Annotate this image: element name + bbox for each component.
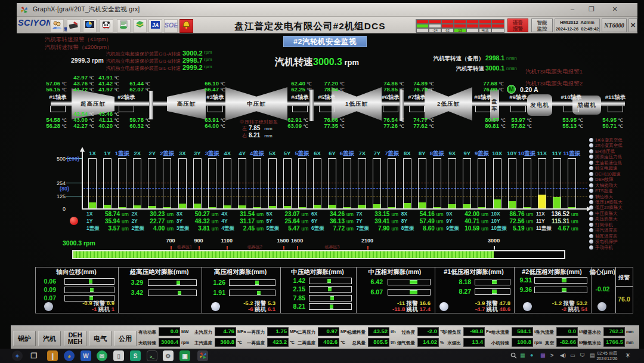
vibration-bar	[373, 158, 381, 208]
multitask-taskbar-button[interactable]: ❐	[29, 350, 39, 361]
keyboard-pen-toolbar-button[interactable]	[67, 19, 80, 33]
session-date: 2024-12-26	[556, 26, 578, 32]
users-toolbar-button[interactable]	[50, 19, 64, 33]
browser-taskbar-button[interactable]: ◕	[64, 350, 75, 361]
chart-y-axis	[82, 151, 83, 210]
document-seal-icon-part	[119, 20, 129, 29]
globe-tray-button[interactable]: ●	[530, 352, 533, 358]
toolbar-close-button[interactable]: ✕	[628, 19, 637, 32]
table-unit: um	[122, 226, 129, 232]
table-value: 54.16	[404, 211, 435, 217]
soe-icon-part-part: SOE	[165, 21, 178, 29]
trip-low: -4.7	[475, 306, 485, 312]
nt6000-button[interactable]: NT6000	[602, 19, 627, 32]
nav-button-2[interactable]: 汽机	[38, 331, 61, 346]
smart-monitor-button-line1: 智能	[532, 20, 552, 26]
brightness-icon[interactable]: ☀	[625, 352, 633, 359]
alarm-bell-icon	[181, 20, 191, 32]
bearing-label: #2轴承	[117, 94, 135, 101]
purple-app-tray-button[interactable]: ▩	[540, 352, 546, 358]
vibration-bar-fill	[224, 205, 231, 208]
table-unit: um	[527, 226, 534, 232]
document-seal-toolbar-button[interactable]	[117, 19, 131, 33]
chevron-tray-button[interactable]: >	[550, 352, 553, 358]
bearing-label: #8轴承	[474, 94, 492, 101]
trip-low: -2	[562, 306, 566, 312]
strip-tick-label: 1600	[291, 238, 303, 244]
table-unit: um	[256, 226, 264, 232]
orange-app-taskbar-button[interactable]: ❙	[47, 350, 58, 361]
graphx-taskbar-button[interactable]	[197, 350, 208, 361]
taskbar-clock[interactable]: 02:45 周四 2024/12/26	[595, 350, 619, 361]
chevron-icon-part: >	[550, 352, 553, 358]
volume-icon: ◀)	[560, 352, 566, 358]
nav-button-4[interactable]: 电气	[89, 331, 112, 346]
chat-tray-button[interactable]: 🗨	[580, 352, 585, 358]
mail-icon: ✉	[100, 353, 104, 359]
table-value: 31.54	[224, 211, 255, 217]
panel-value: 3.29	[125, 279, 143, 286]
table-value: 3.81	[179, 225, 210, 232]
appstore-taskbar-button[interactable]: ▯	[113, 350, 124, 361]
wps-icon: W	[83, 353, 88, 359]
display-icon: ▭	[570, 352, 575, 358]
panda-toolbar-button[interactable]	[100, 19, 113, 33]
smart-monitor-button[interactable]: 智能 监控	[531, 19, 553, 32]
bearing-label: #4轴承	[291, 94, 309, 101]
panda-icon-part-part	[103, 21, 105, 24]
alarm-matrix-cell	[454, 24, 466, 28]
gi1-speed-unit: rpm	[204, 64, 212, 69]
volume-tray-button[interactable]: ◀)	[560, 352, 566, 358]
table-value: 57.49	[404, 218, 435, 224]
vibration-bar-fill	[434, 207, 441, 208]
table-value: 86.76	[494, 211, 525, 217]
ja-app-toolbar-button[interactable]: JA	[148, 19, 162, 33]
s-app-icon: S	[134, 353, 138, 359]
vibration-bar-fill	[104, 205, 111, 208]
voice-alarm-button[interactable]: 语音 报警	[507, 19, 528, 32]
ip-expansion-side: 右	[242, 133, 247, 139]
temp-unit: ℃	[114, 124, 119, 129]
ip-expansion-row: 右 8.21mm	[242, 132, 273, 140]
strip-tick-label: 900	[194, 238, 203, 244]
green-book-toolbar-button[interactable]	[133, 19, 147, 33]
orange-app-icon: ❙	[49, 352, 55, 360]
minimize-button[interactable]: –	[568, 5, 577, 14]
wps-taskbar-button[interactable]: W	[80, 350, 91, 361]
trip-high: 1	[112, 306, 114, 312]
s-app-taskbar-button[interactable]: S	[130, 350, 141, 361]
display-tray-button[interactable]: ▭	[570, 352, 575, 358]
nav-button-1[interactable]: 锅炉	[13, 331, 36, 346]
mail-taskbar-button[interactable]: ✉	[97, 350, 107, 361]
vibration-bar-fill	[524, 207, 531, 208]
soe-toolbar-button[interactable]: SOE	[164, 19, 178, 33]
terminal-taskbar-button[interactable]: >_	[147, 350, 157, 361]
table-value: 33.15	[358, 211, 389, 217]
monitor-chart-toolbar-button[interactable]	[83, 19, 97, 33]
panel-gauge	[148, 279, 197, 286]
table-value: 5.47	[269, 225, 300, 232]
chart-tick-line	[66, 196, 82, 196]
table-unit: um	[571, 226, 578, 232]
launcher-taskbar-button[interactable]: ✦	[12, 350, 23, 361]
cube-tray-tray-button[interactable]: ▦	[520, 352, 525, 358]
maximize-button[interactable]: ❐	[587, 5, 596, 14]
temp-value: 76.99	[483, 86, 497, 93]
vibration-bar-fill	[373, 204, 380, 208]
bearing-temperature: 41.72 ℃	[67, 86, 94, 93]
close-button[interactable]: ✕	[610, 5, 620, 14]
nav-button-3[interactable]: DEH MEH	[64, 331, 86, 346]
alarm-matrix-cell: 62	[441, 28, 454, 33]
vibration-bar	[388, 158, 396, 208]
ip-expansion-unit: mm	[264, 133, 272, 139]
cube-app-taskbar-button[interactable]: ▣	[179, 350, 190, 361]
keyboard-tray-button[interactable]: ▤	[590, 352, 595, 358]
alarm-bell-toolbar-button[interactable]	[179, 19, 193, 33]
tsi-alarm-label: 汽机TSI电源失电报警1	[525, 68, 583, 76]
table-value: 34.26	[314, 211, 345, 217]
users-icon-part	[52, 20, 62, 29]
search-tray-button[interactable]	[510, 352, 517, 360]
bar-label-cover: 5盖振	[295, 150, 309, 158]
settings-taskbar-button[interactable]: ⚙	[163, 350, 174, 361]
panda-icon-part-part	[103, 27, 109, 28]
